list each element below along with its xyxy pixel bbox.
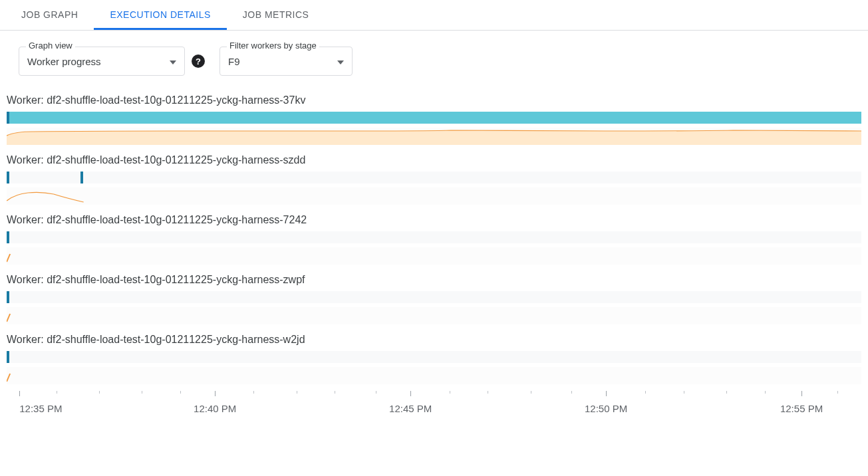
progress-tick bbox=[7, 351, 9, 363]
axis-label: 12:35 PM bbox=[19, 403, 62, 414]
sparkline bbox=[7, 307, 861, 324]
graph-view-field-wrap: Graph view Worker progress ? bbox=[19, 47, 205, 76]
progress-bar[interactable] bbox=[7, 231, 861, 243]
worker-title: Worker: df2-shuffle-load-test-10g-012112… bbox=[7, 211, 861, 231]
chevron-down-icon bbox=[337, 56, 344, 66]
worker-block: Worker: df2-shuffle-load-test-10g-012112… bbox=[7, 211, 861, 265]
progress-bar[interactable] bbox=[7, 172, 861, 183]
worker-block: Worker: df2-shuffle-load-test-10g-012112… bbox=[7, 331, 861, 384]
axis-label: 12:40 PM bbox=[194, 403, 236, 414]
worker-block: Worker: df2-shuffle-load-test-10g-012112… bbox=[7, 271, 861, 324]
axis-major-tick bbox=[801, 391, 802, 396]
filter-stage-select[interactable]: Filter workers by stage F9 bbox=[219, 47, 353, 76]
worker-title: Worker: df2-shuffle-load-test-10g-012112… bbox=[7, 331, 861, 351]
sparkline bbox=[7, 128, 861, 145]
axis-minor-tick bbox=[645, 391, 646, 394]
axis-label: 12:45 PM bbox=[389, 403, 432, 414]
progress-tick bbox=[80, 172, 83, 183]
axis-minor-tick bbox=[99, 391, 100, 394]
axis-minor-tick bbox=[571, 391, 572, 394]
graph-view-value: Worker progress bbox=[27, 56, 101, 67]
axis-minor-tick bbox=[142, 391, 142, 394]
axis-labels: 12:35 PM12:40 PM12:45 PM12:50 PM12:55 PM bbox=[7, 403, 861, 423]
worker-timeline: Worker: df2-shuffle-load-test-10g-012112… bbox=[0, 92, 868, 384]
progress-bar[interactable] bbox=[7, 291, 861, 303]
tab-job-metrics[interactable]: JOB METRICS bbox=[227, 0, 325, 30]
axis-minor-tick bbox=[837, 391, 838, 394]
sparkline bbox=[7, 247, 861, 265]
axis-major-tick bbox=[215, 391, 216, 396]
axis-minor-tick bbox=[180, 391, 181, 394]
progress-tick bbox=[7, 112, 9, 124]
axis-ticks bbox=[7, 391, 861, 398]
progress-tick bbox=[7, 231, 9, 243]
sparkline bbox=[7, 367, 861, 384]
tabs: JOB GRAPH EXECUTION DETAILS JOB METRICS bbox=[0, 0, 868, 31]
worker-block: Worker: df2-shuffle-load-test-10g-012112… bbox=[7, 152, 861, 205]
axis-label: 12:55 PM bbox=[780, 403, 823, 414]
controls-row: Graph view Worker progress ? Filter work… bbox=[0, 31, 868, 85]
axis-minor-tick bbox=[376, 391, 376, 394]
axis-minor-tick bbox=[726, 391, 727, 394]
progress-fill bbox=[7, 112, 861, 124]
progress-tick bbox=[7, 291, 9, 303]
axis-minor-tick bbox=[488, 391, 488, 394]
chevron-down-icon bbox=[170, 56, 176, 66]
axis-minor-tick bbox=[297, 391, 297, 394]
worker-title: Worker: df2-shuffle-load-test-10g-012112… bbox=[7, 152, 861, 172]
progress-bar[interactable] bbox=[7, 351, 861, 363]
time-axis: 12:35 PM12:40 PM12:45 PM12:50 PM12:55 PM bbox=[7, 391, 861, 428]
help-icon[interactable]: ? bbox=[192, 55, 205, 68]
axis-minor-tick bbox=[57, 391, 57, 394]
axis-minor-tick bbox=[253, 391, 254, 394]
worker-title: Worker: df2-shuffle-load-test-10g-012112… bbox=[7, 271, 861, 291]
progress-tick bbox=[7, 172, 9, 183]
filter-stage-label: Filter workers by stage bbox=[227, 41, 319, 51]
axis-major-tick bbox=[606, 391, 607, 396]
graph-view-label: Graph view bbox=[26, 41, 75, 51]
axis-major-tick bbox=[19, 391, 20, 396]
tab-job-graph[interactable]: JOB GRAPH bbox=[5, 0, 94, 30]
worker-title: Worker: df2-shuffle-load-test-10g-012112… bbox=[7, 92, 861, 112]
axis-minor-tick bbox=[765, 391, 766, 394]
axis-label: 12:50 PM bbox=[585, 403, 627, 414]
graph-view-select[interactable]: Graph view Worker progress bbox=[19, 47, 185, 76]
tab-execution-details[interactable]: EXECUTION DETAILS bbox=[94, 0, 226, 30]
axis-minor-tick bbox=[450, 391, 450, 394]
sparkline bbox=[7, 187, 861, 205]
axis-minor-tick bbox=[335, 391, 335, 394]
axis-major-tick bbox=[410, 391, 411, 396]
worker-block: Worker: df2-shuffle-load-test-10g-012112… bbox=[7, 92, 861, 145]
filter-stage-value: F9 bbox=[228, 56, 240, 67]
axis-minor-tick bbox=[684, 391, 684, 394]
progress-bar[interactable] bbox=[7, 112, 861, 124]
axis-minor-tick bbox=[531, 391, 531, 394]
